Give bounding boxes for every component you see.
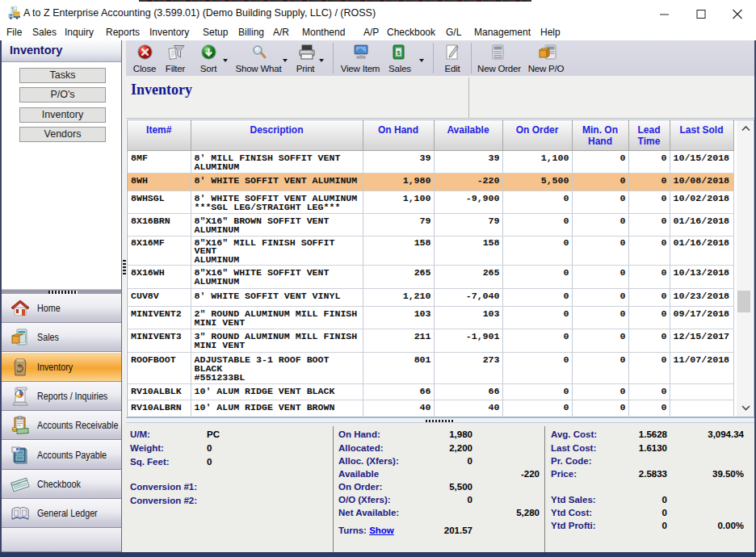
svg-text:$: $ [397, 49, 401, 57]
